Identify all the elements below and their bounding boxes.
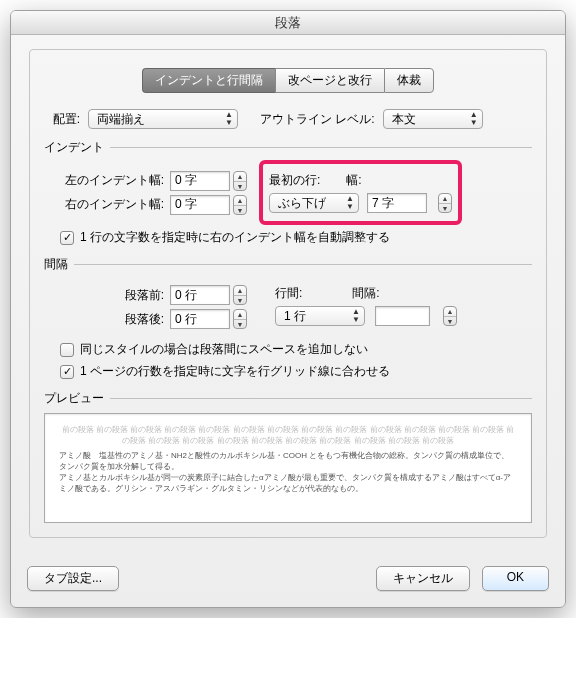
firstline-highlight: 最初の行: 幅: ぶら下げ ▲▼ 7 字 ▲▼ (259, 160, 462, 225)
content-area: インデントと行間隔 改ページと改行 体裁 配置: 両端揃え ▲▼ アウトライン … (11, 35, 565, 552)
indent-right-field[interactable]: 0 字 (170, 195, 230, 215)
outline-label: アウトライン レベル: (260, 111, 375, 128)
cancel-button[interactable]: キャンセル (376, 566, 470, 591)
preview-box: 前の段落 前の段落 前の段落 前の段落 前の段落 前の段落 前の段落 前の段落 … (44, 413, 532, 523)
space-after-field[interactable]: 0 行 (170, 309, 230, 329)
gap-label: 間隔: (352, 285, 379, 302)
spacing-group: 間隔 (44, 256, 532, 273)
space-before-field[interactable]: 0 行 (170, 285, 230, 305)
updown-icon: ▲▼ (470, 111, 478, 127)
gap-stepper[interactable]: ▲▼ (443, 306, 457, 326)
gap-field[interactable] (375, 306, 430, 326)
checkbox-empty-icon (60, 343, 74, 357)
tab-indent-spacing[interactable]: インデントと行間隔 (142, 68, 275, 93)
indent-right-label: 右のインデント幅: (44, 196, 164, 213)
tabs-button[interactable]: タブ設定... (27, 566, 119, 591)
window-title: 段落 (11, 11, 565, 35)
checkmark-icon: ✓ (60, 365, 74, 379)
space-after-label: 段落後: (44, 311, 164, 328)
paragraph-dialog: 段落 インデントと行間隔 改ページと改行 体裁 配置: 両端揃え ▲▼ アウトラ… (10, 10, 566, 608)
lineheight-select[interactable]: 1 行 ▲▼ (275, 306, 365, 326)
indent-width-stepper[interactable]: ▲▼ (438, 193, 452, 213)
tab-bar: インデントと行間隔 改ページと改行 体裁 (44, 68, 532, 93)
indent-width-label: 幅: (346, 172, 361, 189)
indent-left-label: 左のインデント幅: (44, 172, 164, 189)
space-before-label: 段落前: (44, 287, 164, 304)
tab-format[interactable]: 体裁 (384, 68, 434, 93)
updown-icon: ▲▼ (346, 195, 354, 211)
firstline-label: 最初の行: (269, 172, 320, 189)
ok-button[interactable]: OK (482, 566, 549, 591)
tab-pagebreak[interactable]: 改ページと改行 (275, 68, 384, 93)
indent-group: インデント (44, 139, 532, 156)
button-bar: タブ設定... キャンセル OK (11, 552, 565, 607)
alignment-label: 配置: (44, 111, 80, 128)
checkmark-icon: ✓ (60, 231, 74, 245)
outline-select[interactable]: 本文 ▲▼ (383, 109, 483, 129)
indent-width-field[interactable]: 7 字 (367, 193, 427, 213)
preview-group: プレビュー (44, 390, 532, 407)
nospace-checkbox[interactable]: 同じスタイルの場合は段落間にスペースを追加しない (60, 341, 532, 358)
lineheight-label: 行間: (275, 285, 302, 302)
indent-right-stepper[interactable]: ▲▼ (233, 195, 247, 215)
updown-icon: ▲▼ (352, 308, 360, 324)
indent-left-stepper[interactable]: ▲▼ (233, 171, 247, 191)
alignment-select[interactable]: 両端揃え ▲▼ (88, 109, 238, 129)
indent-left-field[interactable]: 0 字 (170, 171, 230, 191)
firstline-select[interactable]: ぶら下げ ▲▼ (269, 193, 359, 213)
space-after-stepper[interactable]: ▲▼ (233, 309, 247, 329)
space-before-stepper[interactable]: ▲▼ (233, 285, 247, 305)
snapgrid-checkbox[interactable]: ✓ 1 ページの行数を指定時に文字を行グリッド線に合わせる (60, 363, 532, 380)
autoadjust-checkbox[interactable]: ✓ 1 行の文字数を指定時に右のインデント幅を自動調整する (60, 229, 532, 246)
updown-icon: ▲▼ (225, 111, 233, 127)
